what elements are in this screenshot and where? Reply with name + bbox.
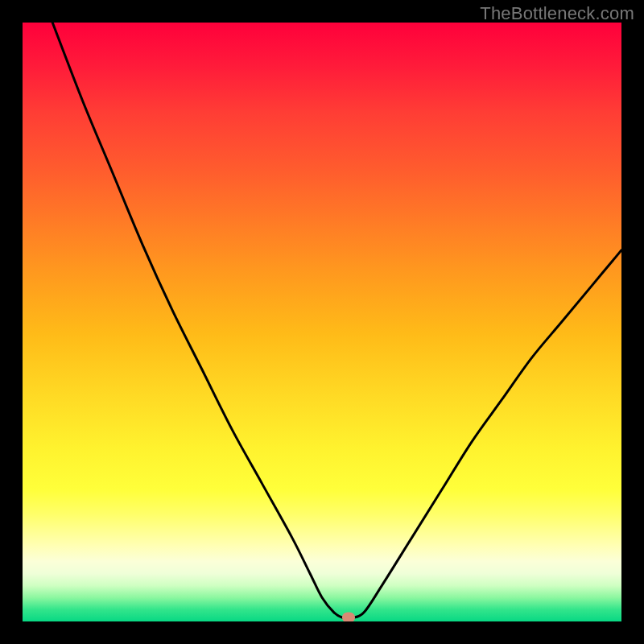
plot-area	[23, 23, 621, 621]
watermark-text: TheBottleneck.com	[480, 3, 634, 24]
heat-gradient	[23, 23, 621, 621]
optimal-marker-icon	[342, 612, 355, 621]
chart-frame: TheBottleneck.com	[0, 0, 644, 644]
